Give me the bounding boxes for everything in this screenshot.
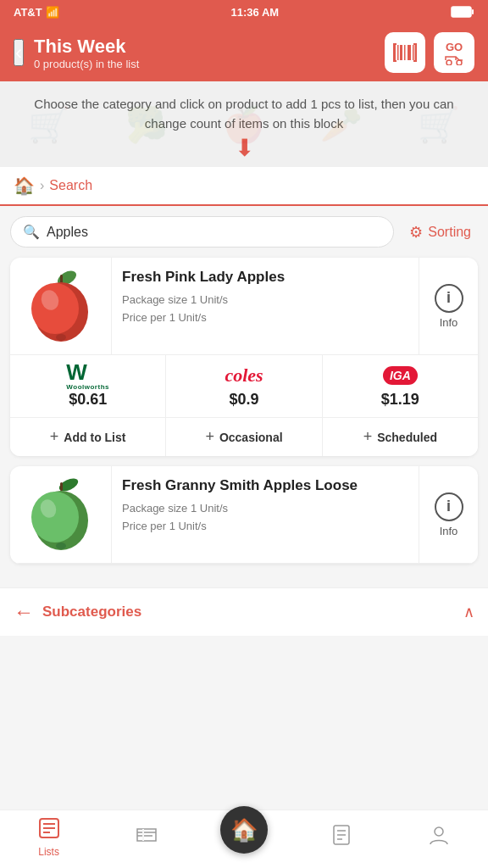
plus-icon-scheduled: +	[363, 428, 373, 446]
sort-icon: ⚙	[409, 223, 423, 242]
iga-price: $1.19	[381, 391, 419, 409]
product-top-pink-lady: Fresh Pink Lady Apples Package size 1 Un…	[10, 258, 478, 355]
sorting-button[interactable]: ⚙ Sorting	[402, 220, 478, 245]
iga-logo-text: IGA	[383, 366, 418, 385]
product-name-granny-smith: Fresh Granny Smith Apples Loose	[122, 476, 408, 495]
main-content: 🔍 Apples ⚙ Sorting	[0, 206, 488, 584]
apple-green-image	[23, 476, 99, 553]
battery-icon	[451, 6, 474, 18]
coles-logo: coles	[225, 364, 263, 387]
woolworths-price: $0.61	[69, 391, 107, 409]
woolworths-text: Woolworths	[66, 383, 109, 391]
svg-rect-9	[415, 45, 418, 60]
back-button[interactable]: ‹	[14, 39, 24, 66]
subcategories-back-button[interactable]: ←	[14, 600, 34, 624]
info-label-granny-smith: Info	[440, 525, 458, 537]
time-display: 11:36 AM	[231, 6, 280, 19]
product-top-granny-smith: Fresh Granny Smith Apples Loose Package …	[10, 466, 478, 564]
product-info-granny-smith: Fresh Granny Smith Apples Loose Package …	[112, 466, 419, 563]
svg-rect-1	[453, 8, 470, 16]
nav-tickets[interactable]	[121, 826, 172, 849]
nav-notes[interactable]	[316, 824, 367, 851]
carrier-label: AT&T	[14, 6, 42, 19]
info-button-pink-lady[interactable]: i Info	[419, 258, 478, 354]
notes-icon	[332, 824, 351, 851]
lists-icon	[38, 817, 60, 844]
sorting-label: Sorting	[428, 225, 471, 240]
woolworths-logo: W Woolworths	[66, 364, 109, 387]
app-header: ‹ This Week 0 product(s) in the list GO	[0, 24, 488, 81]
info-label-pink-lady: Info	[440, 316, 458, 329]
plus-icon-occasional: +	[205, 428, 214, 446]
header-actions: GO	[385, 32, 474, 73]
go-button[interactable]: GO	[434, 32, 474, 73]
search-icon: 🔍	[23, 224, 40, 240]
home-icon[interactable]: 🏠	[14, 175, 35, 196]
signal-area: AT&T 📶	[14, 6, 59, 19]
occasional-button[interactable]: + Occasional	[166, 418, 322, 456]
product-meta-pink-lady: Package size 1 Unit/s Price per 1 Unit/s	[122, 292, 408, 327]
breadcrumb: 🏠 › Search	[0, 167, 488, 206]
go-label: GO	[446, 41, 463, 53]
svg-rect-10	[393, 43, 396, 45]
info-button-granny-smith[interactable]: i Info	[419, 466, 478, 563]
svg-rect-17	[60, 275, 63, 283]
svg-rect-12	[413, 43, 417, 45]
nav-home-circle: 🏠	[220, 806, 268, 854]
profile-icon	[428, 824, 450, 851]
svg-rect-13	[413, 60, 417, 62]
price-per-unit-pink-lady: Price per 1 Unit/s	[122, 309, 408, 327]
svg-point-15	[457, 60, 462, 65]
tickets-icon	[136, 826, 158, 849]
package-size-granny-smith: Package size 1 Unit/s	[122, 500, 408, 518]
search-input[interactable]: Apples	[47, 225, 88, 240]
wifi-icon: 📶	[46, 6, 59, 19]
coles-logo-text: coles	[225, 364, 263, 387]
plus-icon-add: +	[50, 428, 59, 446]
woolworths-w-icon: W	[66, 361, 109, 383]
breadcrumb-separator: ›	[40, 178, 44, 193]
nav-lists-label: Lists	[38, 846, 59, 858]
svg-rect-8	[413, 45, 414, 60]
subcategories-chevron-icon[interactable]: ∧	[463, 603, 474, 621]
svg-rect-32	[142, 829, 144, 841]
product-image-granny-smith[interactable]	[10, 466, 112, 563]
woolworths-price-cell[interactable]: W Woolworths $0.61	[10, 355, 166, 417]
coles-price-cell[interactable]: coles $0.9	[166, 355, 322, 417]
iga-logo: IGA	[383, 364, 418, 387]
product-card-granny-smith: Fresh Granny Smith Apples Loose Package …	[10, 466, 478, 564]
occasional-label: Occasional	[219, 431, 283, 444]
search-box[interactable]: 🔍 Apples	[10, 216, 394, 248]
instruction-banner: 🛒🥦🍎🥕🛒 Choose the category and click on p…	[0, 81, 488, 167]
svg-rect-6	[404, 45, 406, 60]
nav-home[interactable]: 🏠	[219, 821, 269, 854]
product-count: 0 product(s) in the list	[34, 58, 374, 70]
search-row: 🔍 Apples ⚙ Sorting	[10, 216, 478, 248]
product-card-pink-lady: Fresh Pink Lady Apples Package size 1 Un…	[10, 258, 478, 456]
breadcrumb-current: Search	[49, 178, 92, 193]
info-circle-icon: i	[435, 284, 463, 313]
barcode-scanner-button[interactable]	[385, 32, 425, 73]
svg-rect-23	[60, 482, 63, 491]
svg-rect-7	[408, 45, 411, 60]
svg-rect-4	[397, 45, 399, 60]
info-circle-icon-2: i	[435, 492, 463, 521]
product-name-pink-lady: Fresh Pink Lady Apples	[122, 268, 408, 287]
scheduled-button[interactable]: + Scheduled	[323, 418, 478, 456]
coles-price: $0.9	[229, 391, 258, 409]
add-to-list-label: Add to List	[64, 431, 125, 444]
product-image-pink-lady[interactable]	[10, 258, 112, 354]
nav-profile[interactable]	[413, 824, 464, 851]
svg-point-37	[435, 827, 443, 836]
scheduled-label: Scheduled	[377, 431, 437, 444]
status-bar: AT&T 📶 11:36 AM	[0, 0, 488, 24]
iga-price-cell[interactable]: IGA $1.19	[323, 355, 478, 417]
svg-point-14	[446, 60, 452, 65]
store-prices-pink-lady: W Woolworths $0.61 coles $0.9 IGA $1.19	[10, 355, 478, 418]
svg-point-21	[56, 334, 66, 341]
add-to-list-button[interactable]: + Add to List	[10, 418, 166, 456]
nav-lists[interactable]: Lists	[24, 817, 75, 858]
svg-rect-11	[393, 60, 396, 62]
nav-home-icon: 🏠	[230, 817, 258, 843]
arrow-down-icon: ⬇	[17, 136, 471, 160]
